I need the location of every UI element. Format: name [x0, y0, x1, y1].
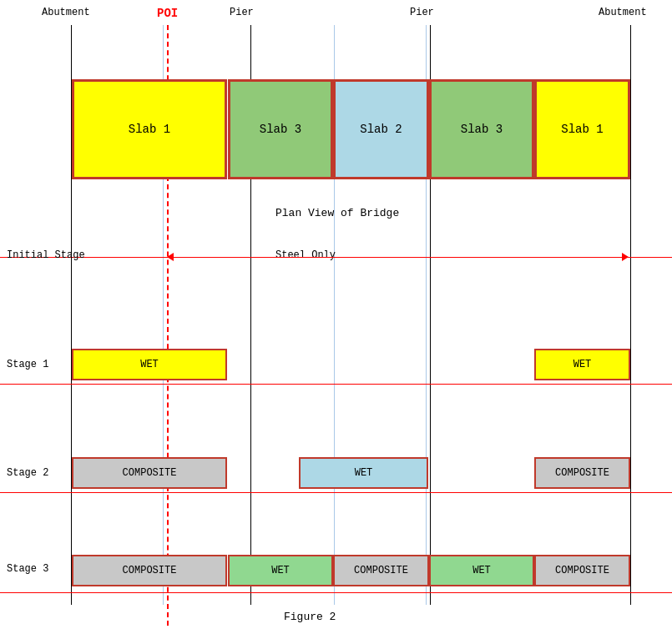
steel-only-label: Steel Only [275, 249, 336, 261]
stage3-composite-1: COMPOSITE [72, 555, 227, 586]
abutment-right-label: Abutment [599, 7, 647, 18]
pier-left-label: Pier [230, 7, 254, 18]
arrow-left-head [167, 253, 174, 261]
stage2-wet-center: WET [299, 457, 428, 489]
right-abutment-line [630, 25, 631, 605]
stage3-wet-2: WET [429, 555, 534, 586]
pier-right-label: Pier [410, 7, 434, 18]
plan-view-label: Plan View of Bridge [275, 207, 399, 219]
initial-stage-label: Initial Stage [7, 249, 85, 261]
slab1-left: Slab 1 [72, 79, 227, 179]
stage3-line [0, 592, 672, 593]
stage1-wet-right: WET [534, 349, 630, 380]
stage1-line [0, 384, 672, 385]
diagram-container: Abutment POI Pier Pier Abutment Plan Vie… [0, 0, 672, 634]
stage3-composite-3: COMPOSITE [534, 555, 630, 586]
slab2-center: Slab 2 [333, 79, 429, 179]
stage2-composite-right: COMPOSITE [534, 457, 630, 489]
stage3-label: Stage 3 [7, 563, 48, 575]
slab1-right: Slab 1 [534, 79, 630, 179]
slab3-right: Slab 3 [429, 79, 534, 179]
arrow-right-head [622, 253, 629, 261]
stage2-label: Stage 2 [7, 467, 48, 479]
stage1-label: Stage 1 [7, 359, 48, 370]
arrow-right-line [167, 257, 622, 258]
stage3-wet-1: WET [228, 555, 333, 586]
figure-label: Figure 2 [284, 611, 336, 623]
stage1-wet-left: WET [72, 349, 227, 380]
abutment-left-label: Abutment [42, 7, 90, 18]
stage2-line [0, 492, 672, 493]
slab3-left: Slab 3 [228, 79, 333, 179]
poi-label: POI [157, 7, 178, 20]
stage2-composite-left: COMPOSITE [72, 457, 227, 489]
stage3-composite-2: COMPOSITE [333, 555, 429, 586]
